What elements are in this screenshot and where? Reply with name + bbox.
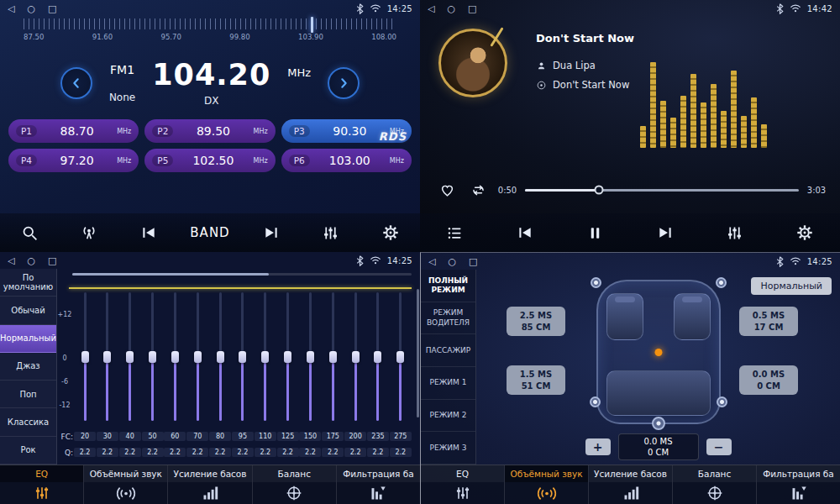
preset-4-button[interactable]: P497.20MHz	[8, 149, 139, 172]
previous-station-button[interactable]	[130, 218, 167, 248]
listening-mode-item[interactable]: РЕЖИМ ВОДИТЕЛЯ	[421, 302, 475, 335]
seek-up-button[interactable]	[328, 67, 360, 99]
tab-balance[interactable]: Баланс	[253, 465, 337, 504]
eq-preset-item[interactable]: По умолчанию	[0, 269, 56, 297]
eq-preset-item[interactable]: Классика	[0, 408, 56, 436]
eq-band-slider[interactable]	[367, 292, 389, 421]
eq-band-slider[interactable]	[209, 292, 231, 421]
preset-5-button[interactable]: P5102.50MHz	[144, 149, 275, 172]
tab-filter[interactable]: Фильтрация ба	[757, 465, 840, 504]
slider-knob[interactable]	[329, 351, 337, 363]
listening-mode-item[interactable]: ПОЛНЫЙ РЕЖИМ	[421, 270, 475, 302]
eq-band-slider[interactable]	[164, 292, 186, 421]
slider-knob[interactable]	[374, 351, 381, 363]
tab-bass-boost[interactable]: Усиление басов	[168, 465, 252, 504]
home-icon[interactable]: ○	[27, 255, 35, 266]
back-icon[interactable]: ◁	[8, 3, 14, 14]
home-icon[interactable]: ○	[447, 3, 455, 14]
eq-band-slider[interactable]	[74, 292, 96, 421]
back-icon[interactable]: ◁	[8, 255, 14, 266]
listening-mode-item[interactable]: ПАССАЖИР	[421, 334, 475, 367]
slider-knob[interactable]	[261, 351, 269, 363]
tab-surround-sound[interactable]: Объёмный звук	[84, 465, 168, 504]
eq-band-slider[interactable]	[142, 292, 164, 421]
eq-preset-item[interactable]: Джаз	[0, 353, 56, 381]
slider-knob[interactable]	[396, 351, 404, 363]
eq-band-slider[interactable]	[390, 292, 412, 421]
listening-mode-item[interactable]: РЕЖИМ 2	[421, 400, 475, 433]
increase-delay-button[interactable]: +	[585, 438, 611, 455]
listening-mode-item[interactable]: РЕЖИМ 3	[421, 432, 475, 465]
slider-knob[interactable]	[149, 351, 156, 363]
eq-preset-item[interactable]: Рок	[0, 437, 56, 465]
slider-knob[interactable]	[239, 351, 246, 363]
search-button[interactable]	[11, 218, 48, 248]
preset-2-button[interactable]: P289.50MHz	[144, 119, 275, 143]
front-left-delay[interactable]: 2.5 MS85 CM	[507, 307, 565, 336]
eq-band-slider[interactable]	[186, 292, 208, 421]
preset-6-button[interactable]: P6103.00MHz	[281, 149, 412, 172]
front-right-delay[interactable]: 0.5 MS17 CM	[739, 307, 798, 336]
home-icon[interactable]: ○	[27, 3, 35, 14]
next-track-button[interactable]	[647, 218, 684, 248]
pause-button[interactable]	[576, 218, 613, 248]
slider-knob[interactable]	[307, 351, 314, 363]
vertical-scrollbar[interactable]	[417, 289, 419, 417]
slider-knob[interactable]	[194, 351, 202, 363]
surround-preset-button[interactable]: Нормальный	[751, 277, 832, 295]
slider-knob[interactable]	[171, 351, 179, 363]
eq-band-slider[interactable]	[344, 292, 366, 421]
eq-band-slider[interactable]	[299, 292, 321, 421]
rear-right-delay[interactable]: 0.0 MS0 CM	[739, 365, 798, 395]
tab-bass-boost[interactable]: Усиление басов	[589, 465, 673, 504]
previous-track-button[interactable]	[507, 218, 543, 248]
eq-preset-item[interactable]: Нормальный	[0, 325, 56, 353]
eq-band-slider[interactable]	[255, 292, 276, 421]
playlist-button[interactable]	[437, 218, 474, 248]
slider-knob[interactable]	[352, 351, 360, 363]
decrease-delay-button[interactable]: −	[706, 438, 732, 455]
slider-knob[interactable]	[284, 351, 291, 363]
recents-icon[interactable]: □	[48, 3, 56, 14]
equalizer-button[interactable]	[717, 218, 753, 248]
repeat-button[interactable]	[466, 175, 490, 205]
tab-surround-sound[interactable]: Объёмный звук	[505, 465, 589, 504]
back-icon[interactable]: ◁	[428, 256, 435, 267]
tab-filter[interactable]: Фильтрация ба	[337, 465, 420, 504]
home-icon[interactable]: ○	[448, 256, 456, 267]
recents-icon[interactable]: □	[48, 255, 56, 266]
settings-button[interactable]	[786, 218, 823, 248]
recents-icon[interactable]: □	[468, 3, 476, 14]
progress-bar[interactable]	[525, 189, 799, 192]
preset-1-button[interactable]: P188.70MHz	[8, 119, 139, 143]
recents-icon[interactable]: □	[469, 256, 477, 267]
equalizer-button[interactable]	[312, 218, 349, 248]
horizontal-scrollbar[interactable]	[72, 273, 412, 276]
slider-knob[interactable]	[103, 351, 111, 363]
player-toolbar	[420, 213, 840, 252]
eq-band-slider[interactable]	[97, 292, 118, 421]
slider-knob[interactable]	[81, 351, 89, 363]
band-button[interactable]: BAND	[190, 218, 229, 248]
tab-eq[interactable]: EQ	[0, 465, 84, 504]
eq-band-slider[interactable]	[232, 292, 254, 421]
frequency-ruler[interactable]: 87.5091.6095.7099.80103.90108.00	[24, 18, 396, 45]
tab-eq[interactable]: EQ	[421, 465, 505, 504]
eq-preset-item[interactable]: Обычай	[0, 297, 56, 324]
favorite-button[interactable]	[435, 175, 459, 205]
slider-knob[interactable]	[126, 351, 134, 363]
rear-left-delay[interactable]: 1.5 MS51 CM	[507, 365, 565, 395]
seek-down-button[interactable]	[60, 67, 92, 99]
settings-button[interactable]	[372, 218, 409, 248]
eq-band-slider[interactable]	[119, 292, 141, 421]
scan-stations-button[interactable]	[71, 218, 108, 248]
progress-knob[interactable]	[595, 186, 604, 195]
next-station-button[interactable]	[253, 218, 290, 248]
slider-knob[interactable]	[217, 351, 224, 363]
tab-balance[interactable]: Баланс	[673, 465, 757, 504]
listening-mode-item[interactable]: РЕЖИМ 1	[421, 367, 475, 400]
eq-band-slider[interactable]	[322, 292, 344, 421]
back-icon[interactable]: ◁	[428, 3, 434, 14]
eq-preset-item[interactable]: Поп	[0, 381, 56, 408]
eq-band-slider[interactable]	[277, 292, 299, 421]
